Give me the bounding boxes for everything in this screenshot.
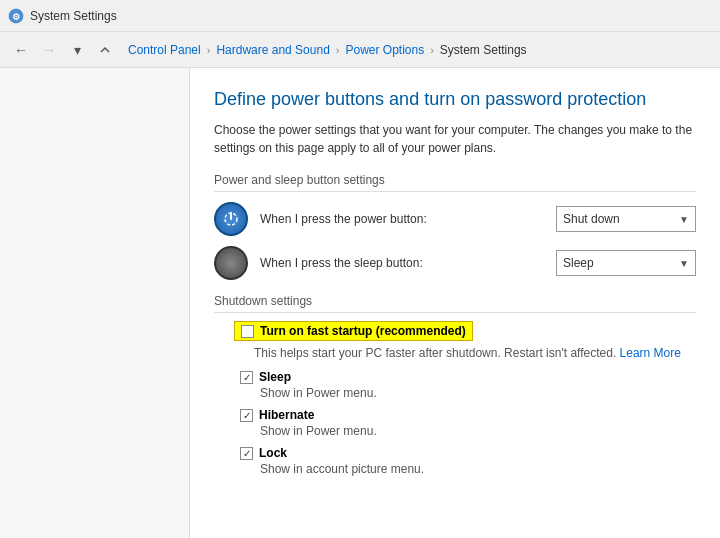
sleep-row: Sleep — [240, 370, 696, 384]
up-button[interactable] — [92, 37, 118, 63]
power-button-dropdown[interactable]: Shut down ▼ — [556, 206, 696, 232]
fast-startup-desc: This helps start your PC faster after sh… — [254, 345, 696, 362]
breadcrumb: Control Panel › Hardware and Sound › Pow… — [124, 41, 531, 59]
content-area: Define power buttons and turn on passwor… — [190, 68, 720, 538]
breadcrumb-hardware-sound[interactable]: Hardware and Sound — [212, 41, 333, 59]
sleep-button-row: When I press the sleep button: Sleep ▼ — [214, 246, 696, 280]
power-button-row: When I press the power button: Shut down… — [214, 202, 696, 236]
page-title: Define power buttons and turn on passwor… — [214, 88, 696, 111]
hibernate-sub-desc: Show in Power menu. — [260, 424, 696, 438]
hibernate-checkbox[interactable] — [240, 409, 253, 422]
lock-checkbox[interactable] — [240, 447, 253, 460]
sleep-button-value: Sleep — [563, 256, 594, 270]
shutdown-section-label: Shutdown settings — [214, 294, 696, 313]
sleep-icon — [214, 246, 248, 280]
forward-button: → — [36, 37, 62, 63]
breadcrumb-sep-1: › — [207, 44, 211, 56]
hibernate-label: Hibernate — [259, 408, 314, 422]
sleep-checkbox[interactable] — [240, 371, 253, 384]
sleep-dropdown-arrow: ▼ — [679, 258, 689, 269]
power-button-value: Shut down — [563, 212, 620, 226]
lock-label: Lock — [259, 446, 287, 460]
power-dropdown-arrow: ▼ — [679, 214, 689, 225]
sleep-button-dropdown[interactable]: Sleep ▼ — [556, 250, 696, 276]
breadcrumb-sep-2: › — [336, 44, 340, 56]
window-title: System Settings — [30, 9, 117, 23]
page-description: Choose the power settings that you want … — [214, 121, 694, 157]
power-icon — [214, 202, 248, 236]
sleep-label: Sleep — [259, 370, 291, 384]
sidebar — [0, 68, 190, 538]
fast-startup-checkbox[interactable] — [241, 325, 254, 338]
fast-startup-label: Turn on fast startup (recommended) — [260, 324, 466, 338]
nav-bar: ← → ▾ Control Panel › Hardware and Sound… — [0, 32, 720, 68]
learn-more-link[interactable]: Learn More — [620, 346, 681, 360]
breadcrumb-sep-3: › — [430, 44, 434, 56]
lock-row: Lock — [240, 446, 696, 460]
breadcrumb-control-panel[interactable]: Control Panel — [124, 41, 205, 59]
svg-text:⚙: ⚙ — [12, 12, 20, 22]
hibernate-row: Hibernate — [240, 408, 696, 422]
sleep-sub-desc: Show in Power menu. — [260, 386, 696, 400]
back-button[interactable]: ← — [8, 37, 34, 63]
main-container: Define power buttons and turn on passwor… — [0, 68, 720, 538]
fast-startup-row: Turn on fast startup (recommended) — [234, 321, 696, 341]
breadcrumb-system-settings: System Settings — [436, 41, 531, 59]
dropdown-button[interactable]: ▾ — [64, 37, 90, 63]
power-sleep-section-label: Power and sleep button settings — [214, 173, 696, 192]
sleep-button-label: When I press the sleep button: — [260, 256, 544, 270]
lock-sub-desc: Show in account picture menu. — [260, 462, 696, 476]
breadcrumb-power-options[interactable]: Power Options — [341, 41, 428, 59]
app-icon: ⚙ — [8, 8, 24, 24]
title-bar: ⚙ System Settings — [0, 0, 720, 32]
power-button-label: When I press the power button: — [260, 212, 544, 226]
